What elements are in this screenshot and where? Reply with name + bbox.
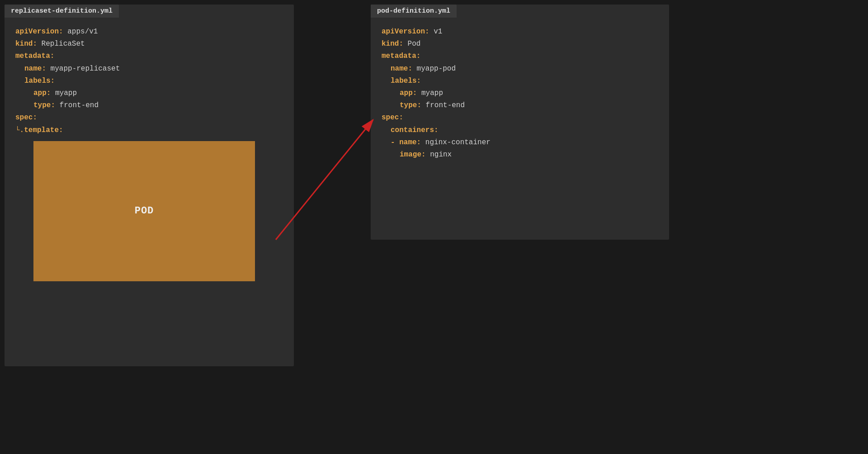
val-containername-right: nginx-container: [421, 138, 491, 147]
key-labels-left: labels:: [24, 77, 55, 85]
val-kind-right: Pod: [403, 40, 420, 48]
left-panel-body: apiVersion: apps/v1 kind: ReplicaSet met…: [5, 18, 294, 294]
val-image-right: nginx: [426, 151, 452, 159]
line-kind-right: kind: Pod: [382, 38, 658, 50]
line-app-right: app: myapp: [382, 87, 658, 99]
key-apiversion-left: apiVersion:: [15, 28, 63, 36]
key-metadata-left: metadata:: [15, 52, 54, 60]
line-app-left: app: myapp: [15, 87, 283, 99]
pod-box: POD: [33, 141, 255, 281]
key-type-left: type:: [33, 101, 55, 109]
key-type-right: type:: [400, 101, 421, 109]
key-app-right: app:: [400, 89, 417, 97]
key-labels-right: labels:: [391, 77, 421, 85]
key-spec-right: spec:: [382, 114, 403, 122]
pod-label: POD: [135, 203, 154, 219]
val-type-left: front-end: [55, 101, 99, 109]
line-apiversion-left: apiVersion: apps/v1: [15, 26, 283, 38]
val-type-right: front-end: [421, 101, 465, 109]
left-panel: replicaset-definition.yml apiVersion: ap…: [5, 5, 294, 366]
left-panel-title: replicaset-definition.yml: [5, 5, 119, 18]
line-containers-right: containers:: [382, 124, 658, 137]
line-spec-right: spec:: [382, 112, 658, 124]
line-name-right: name: myapp-pod: [382, 63, 658, 75]
key-kind-left: kind:: [15, 40, 37, 48]
line-template-left: └.template:: [15, 124, 283, 137]
key-name-left: name:: [24, 65, 46, 73]
line-labels-right: labels:: [382, 75, 658, 87]
val-apiversion-left: apps/v1: [63, 28, 98, 36]
val-app-left: myapp: [51, 89, 77, 97]
line-image-right: image: nginx: [382, 149, 658, 161]
right-panel-body: apiVersion: v1 kind: Pod metadata: name:…: [371, 18, 669, 169]
line-kind-left: kind: ReplicaSet: [15, 38, 283, 50]
line-type-left: type: front-end: [15, 99, 283, 112]
key-containername-right: - name:: [391, 138, 421, 147]
key-app-left: app:: [33, 89, 51, 97]
line-metadata-left: metadata:: [15, 50, 283, 62]
val-apiversion-right: v1: [429, 28, 443, 36]
key-name-right: name:: [391, 65, 412, 73]
key-kind-right: kind:: [382, 40, 403, 48]
key-spec-left: spec:: [15, 114, 37, 122]
key-image-right: image:: [400, 151, 426, 159]
val-name-right: myapp-pod: [412, 65, 456, 73]
right-panel: pod-definition.yml apiVersion: v1 kind: …: [371, 5, 669, 240]
right-panel-title: pod-definition.yml: [371, 5, 457, 18]
line-labels-left: labels:: [15, 75, 283, 87]
line-metadata-right: metadata:: [382, 50, 658, 62]
key-metadata-right: metadata:: [382, 52, 420, 60]
key-apiversion-right: apiVersion:: [382, 28, 429, 36]
line-spec-left: spec:: [15, 112, 283, 124]
val-app-right: myapp: [417, 89, 443, 97]
line-containername-right: - name: nginx-container: [382, 137, 658, 149]
val-kind-left: ReplicaSet: [37, 40, 85, 48]
key-containers-right: containers:: [391, 126, 439, 134]
line-type-right: type: front-end: [382, 99, 658, 112]
line-apiversion-right: apiVersion: v1: [382, 26, 658, 38]
key-template-left: └.template:: [15, 126, 63, 134]
val-name-left: myapp-replicaset: [46, 65, 120, 73]
line-name-left: name: myapp-replicaset: [15, 63, 283, 75]
